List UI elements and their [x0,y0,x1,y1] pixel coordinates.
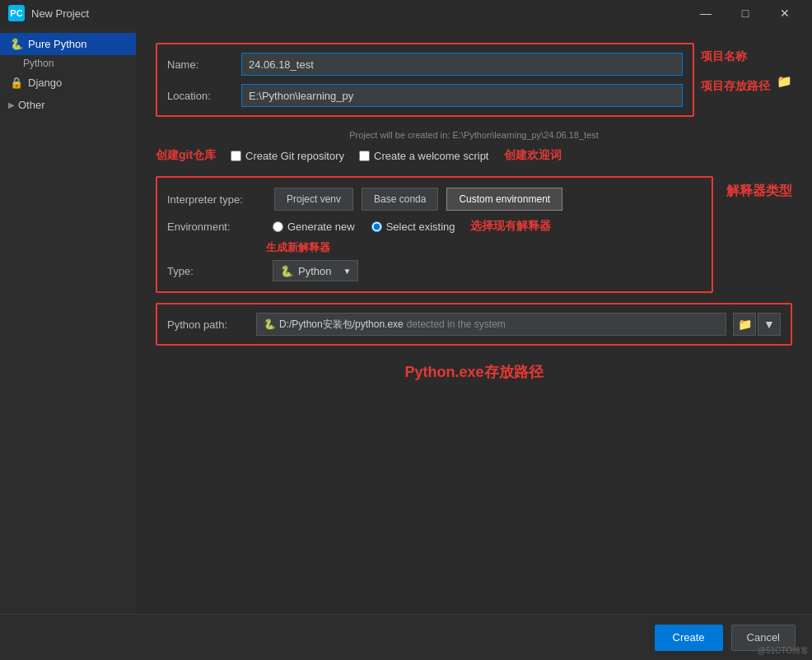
name-input[interactable] [241,53,683,76]
title-bar-left: PC New Project [8,5,89,21]
type-select[interactable]: 🐍 Python ▼ [273,260,358,281]
tab-base-conda[interactable]: Base conda [362,188,438,211]
chevron-right-icon: ▶ [8,100,15,109]
sidebar-item-pure-python[interactable]: 🐍 Pure Python [0,33,136,55]
python-exe-path-annotation: Python.exe存放路径 [156,362,792,382]
create-git-annotation: 创建git仓库 [156,148,216,163]
lock-icon: 🔒 [10,77,23,89]
interpreter-type-annotation: 解释器类型 [726,176,792,200]
create-git-group: Create Git repository [231,150,344,162]
environment-label: Environment: [167,221,266,233]
sidebar: 🐍 Pure Python Python 🔒 Django ▶ Other [0,26,136,614]
interpreter-type-label: Interpreter type: [167,193,266,206]
python-path-text: D:/Python安装包/python.exe [279,318,404,332]
tab-project-venv[interactable]: Project venv [274,188,353,211]
sidebar-item-django[interactable]: 🔒 Django [0,72,136,94]
generate-new-annotation: 生成新解释器 [266,240,330,255]
sidebar-item-python[interactable]: Python [0,55,136,72]
create-welcome-label: Create a welcome script [374,150,488,162]
create-welcome-group: Create a welcome script [359,150,488,162]
window-controls: — □ ✕ [687,0,804,26]
python-path-icon: 🐍 [264,318,276,330]
python-icon: 🐍 [10,38,23,50]
sidebar-pure-python-label: Pure Python [28,38,87,50]
create-welcome-checkbox[interactable] [359,151,370,161]
sidebar-django-label: Django [28,77,62,89]
watermark: @51CTO博客 [758,645,809,657]
location-row: Location: [167,84,683,107]
tab-custom-environment[interactable]: Custom environment [446,188,562,211]
title-bar: PC New Project — □ ✕ [0,0,812,26]
bottom-bar: Create Cancel [0,614,812,660]
python-path-row: Python path: 🐍 D:/Python安装包/python.exe d… [167,313,781,336]
select-existing-label: Select existing [386,221,455,233]
generate-new-group: Generate new [273,221,355,233]
sidebar-other-label: Other [18,99,45,111]
content-area: Name: Location: 项目名称 项目存放路径 📁 Project wi… [136,26,812,614]
type-value: Python [298,265,331,277]
generate-new-label: Generate new [287,221,355,233]
close-button[interactable]: ✕ [766,0,804,26]
generate-new-radio[interactable] [273,221,283,232]
type-row: Type: 🐍 Python ▼ [167,260,702,281]
python-path-box: Python path: 🐍 D:/Python安装包/python.exe d… [156,303,792,346]
sidebar-item-other[interactable]: ▶ Other [0,94,136,116]
maximize-button[interactable]: □ [726,0,764,26]
select-existing-annotation: 选择现有解释器 [470,219,551,234]
environment-row: Environment: Generate new Select existin… [167,219,702,234]
create-button[interactable]: Create [655,625,723,651]
location-folder-icon[interactable]: 📁 [777,43,792,89]
minimize-button[interactable]: — [687,0,725,26]
python-path-label: Python path: [167,318,250,331]
interpreter-box: Interpreter type: Project venv Base cond… [156,176,713,293]
name-location-box: Name: Location: [156,43,694,117]
project-name-annotation: 项目名称 [701,49,770,64]
python-path-folder-icon[interactable]: 📁 [733,313,756,336]
window-title: New Project [31,7,89,20]
name-row: Name: [167,53,683,76]
name-label: Name: [167,58,241,71]
project-location-annotation: 项目存放路径 [701,79,770,94]
create-git-label: Create Git repository [245,150,344,162]
select-existing-group: Select existing [371,221,455,233]
checkbox-row: 创建git仓库 Create Git repository Create a w… [156,148,792,163]
python-path-value: 🐍 D:/Python安装包/python.exe detected in th… [256,313,726,336]
sidebar-python-label: Python [23,58,54,69]
path-hint: Project will be created in: E:\Python\le… [156,130,792,140]
path-detected-text: detected in the system [407,318,506,330]
select-existing-radio[interactable] [371,221,382,232]
type-chevron-icon: ▼ [343,267,351,276]
create-welcome-annotation: 创建欢迎词 [504,148,562,163]
main-layout: 🐍 Pure Python Python 🔒 Django ▶ Other Na… [0,26,812,614]
interpreter-type-row: Interpreter type: Project venv Base cond… [167,188,702,211]
app-icon: PC [8,5,25,21]
python-path-chevron-down-icon[interactable]: ▼ [758,313,781,336]
location-input[interactable] [241,84,683,107]
location-label: Location: [167,90,241,102]
python-emoji-icon: 🐍 [280,265,293,277]
create-git-checkbox[interactable] [231,151,241,161]
type-label: Type: [167,265,266,277]
